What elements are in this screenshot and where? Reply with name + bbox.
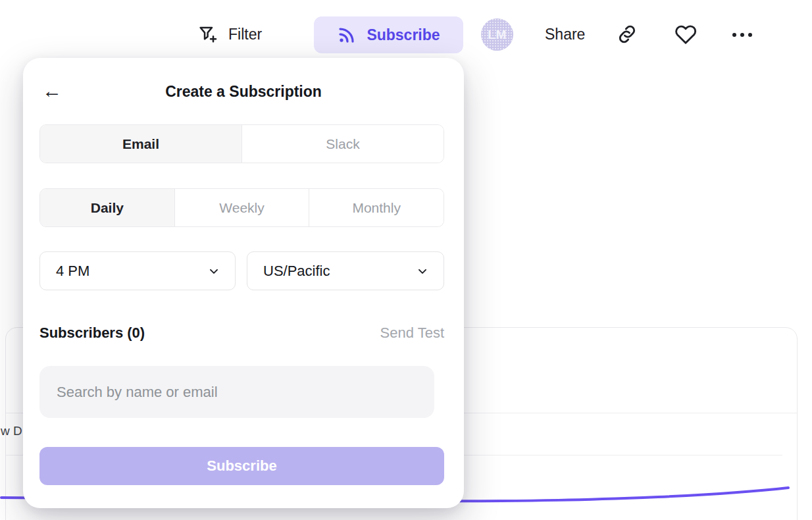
heart-icon [674,22,698,46]
subscribe-toolbar-label: Subscribe [367,26,440,44]
chevron-down-icon [207,265,220,278]
create-subscription-modal: ← Create a Subscription Email Slack Dail… [23,58,464,508]
timezone-select-value: US/Pacific [263,263,330,280]
copy-link-button[interactable] [616,23,638,45]
channel-tab-group: Email Slack [39,124,444,163]
clipped-background-text: w D [1,424,22,438]
tab-email[interactable]: Email [40,125,241,163]
share-button[interactable]: Share [545,20,585,49]
rss-icon [337,25,357,45]
link-icon [616,23,638,45]
tab-weekly[interactable]: Weekly [174,189,309,226]
filter-button[interactable]: Filter [197,20,262,49]
modal-title: Create a Subscription [23,83,464,101]
avatar-initials: LM [488,28,506,42]
subscribers-row: Subscribers (0) Send Test [39,325,444,342]
avatar[interactable]: LM [481,18,513,51]
ellipsis-icon [730,26,755,42]
favorite-button[interactable] [674,22,698,46]
subscribe-submit-button[interactable]: Subscribe [39,447,444,485]
tab-monthly[interactable]: Monthly [309,189,444,226]
time-select[interactable]: 4 PM [39,251,236,290]
tab-slack[interactable]: Slack [241,125,444,163]
share-label: Share [545,26,585,43]
subscribe-toolbar-button[interactable]: Subscribe [314,16,463,53]
filter-plus-icon [197,24,218,45]
more-options-button[interactable] [730,26,755,42]
subscriber-search-input[interactable] [39,366,434,418]
frequency-tab-group: Daily Weekly Monthly [39,188,444,227]
subscribers-count-label: Subscribers (0) [39,325,145,342]
tab-daily[interactable]: Daily [40,189,174,226]
send-test-button[interactable]: Send Test [380,325,444,342]
time-select-value: 4 PM [56,263,89,280]
timezone-select[interactable]: US/Pacific [247,251,444,290]
chevron-down-icon [416,265,429,278]
filter-label: Filter [228,26,262,43]
